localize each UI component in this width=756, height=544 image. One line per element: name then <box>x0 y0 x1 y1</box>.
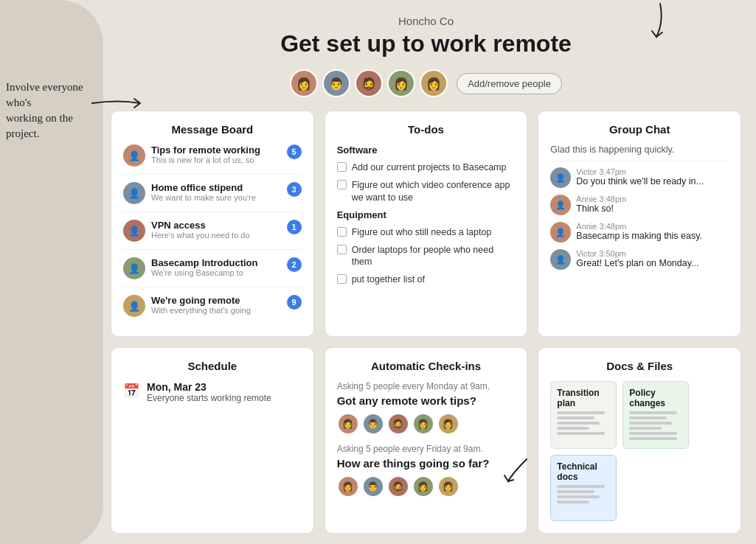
todo-checkbox[interactable] <box>337 274 347 284</box>
checkin-question: Got any remote work tips? <box>337 394 516 407</box>
todo-checkbox[interactable] <box>337 162 347 172</box>
docs-grid: Transition planPolicy changesTechnical d… <box>550 381 729 521</box>
todo-text: Figure out which video conference app we… <box>352 179 516 204</box>
message-title: Tips for remote working <box>151 144 281 156</box>
checkins-card: Automatic Check-ins Asking 5 people ever… <box>325 347 528 534</box>
todo-item[interactable]: Figure out who still needs a laptop <box>337 226 516 239</box>
doc-card[interactable]: Technical docs <box>550 455 617 521</box>
avatar[interactable]: 👩 <box>387 69 415 97</box>
checkin-asking: Asking 5 people every Monday at 9am. <box>337 381 516 391</box>
avatar[interactable]: 🧔 <box>355 69 383 97</box>
message-avatar: 👤 <box>123 144 145 167</box>
message-board-title: Message Board <box>123 123 302 136</box>
checkin-avatars: 👩 👨 🧔 👩 👩 <box>337 413 516 435</box>
doc-title: Transition plan <box>557 388 610 408</box>
people-row: 👩 👨 🧔 👩 👩 Add/remove people <box>111 69 741 97</box>
message-item[interactable]: 👤 Home office stipend We want to make su… <box>123 182 302 212</box>
docs-card: Docs & Files Transition planPolicy chang… <box>538 347 741 534</box>
todo-text: Add our current projects to Basecamp <box>352 161 507 174</box>
checkin-question: How are things going so far? <box>337 457 516 470</box>
chat-item: 👤 Victor 3:47pm Do you think we'll be re… <box>550 167 729 188</box>
todos-title: To-dos <box>337 123 516 136</box>
todo-checkbox[interactable] <box>337 180 347 189</box>
todos-list: Software Add our current projects to Bas… <box>337 144 516 286</box>
chat-first-message: Glad this is happening quickly. <box>550 144 729 161</box>
chat-avatar: 👤 <box>550 195 571 215</box>
todo-section-title: Equipment <box>337 209 516 220</box>
doc-card[interactable]: Policy changes <box>623 381 689 449</box>
todo-item[interactable]: Figure out which video conference app we… <box>337 179 516 204</box>
schedule-date: Mon, Mar 23 <box>147 381 271 393</box>
message-board-card: Message Board 👤 Tips for remote working … <box>111 111 314 337</box>
avatar[interactable]: 👨 <box>322 69 350 97</box>
todo-checkbox[interactable] <box>337 245 347 254</box>
message-title: We're going remote <box>151 295 281 306</box>
message-text: Home office stipend We want to make sure… <box>151 182 281 202</box>
checkin-avatar: 👨 <box>362 475 384 498</box>
company-name: Honcho Co <box>111 15 741 27</box>
message-sub: We want to make sure you're <box>151 193 281 202</box>
todo-checkbox[interactable] <box>337 227 347 237</box>
chat-meta: Victor 3:47pm <box>576 167 729 176</box>
avatar[interactable]: 👩 <box>290 69 318 97</box>
checkin-avatar: 👩 <box>437 475 460 498</box>
message-list: 👤 Tips for remote working This is new fo… <box>123 144 302 324</box>
checkins-list: Asking 5 people every Monday at 9am. Got… <box>337 381 516 498</box>
todo-text: Figure out who still needs a laptop <box>352 226 492 239</box>
checkin-item: Asking 5 people every Monday at 9am. Got… <box>337 381 516 435</box>
doc-title: Policy changes <box>629 388 682 408</box>
schedule-card: Schedule 📅 Mon, Mar 23 Everyone starts w… <box>111 347 314 534</box>
checkin-avatars: 👩 👨 🧔 👩 👩 <box>337 475 516 498</box>
checkin-item: Asking 5 people every Friday at 9am. How… <box>337 444 516 498</box>
message-badge: 1 <box>287 220 302 234</box>
message-title: VPN access <box>151 220 281 231</box>
todo-section-title: Software <box>337 144 516 156</box>
group-chat-title: Group Chat <box>550 123 729 136</box>
doc-card[interactable]: Transition plan <box>550 381 617 449</box>
avatar[interactable]: 👩 <box>420 69 448 97</box>
message-avatar: 👤 <box>123 257 145 279</box>
chat-list: 👤 Victor 3:47pm Do you think we'll be re… <box>550 167 729 270</box>
chat-content: Victor 3:47pm Do you think we'll be read… <box>576 167 729 186</box>
chat-text: Do you think we'll be ready in... <box>576 176 729 186</box>
checkin-avatar: 👩 <box>412 475 434 498</box>
message-text: Basecamp Introduction We're using Baseca… <box>151 257 281 277</box>
chat-avatar: 👤 <box>550 222 571 243</box>
checkin-avatar: 👩 <box>337 475 359 498</box>
page-title: Get set up to work remote <box>111 30 741 57</box>
todo-item[interactable]: put together list of <box>337 273 516 286</box>
message-item[interactable]: 👤 We're going remote With everything tha… <box>123 295 302 324</box>
todo-item[interactable]: Add our current projects to Basecamp <box>337 161 516 174</box>
checkin-avatar: 👩 <box>337 413 359 435</box>
message-sub: We're using Basecamp to <box>151 268 281 277</box>
message-title: Basecamp Introduction <box>151 257 281 268</box>
message-item[interactable]: 👤 VPN access Here's what you need to do … <box>123 220 302 250</box>
chat-item: 👤 Annie 3:48pm Think so! <box>550 195 729 215</box>
todo-text: Order laptops for people who need them <box>352 244 516 269</box>
chat-content: Annie 3:48pm Basecamp is making this eas… <box>576 222 729 241</box>
message-badge: 2 <box>287 257 302 272</box>
checkin-avatar: 👩 <box>412 413 434 435</box>
chat-text: Basecamp is making this easy. <box>576 231 729 241</box>
chat-text: Great! Let's plan on Monday... <box>576 258 729 268</box>
add-people-button[interactable]: Add/remove people <box>457 73 562 94</box>
chat-content: Victor 3:50pm Great! Let's plan on Monda… <box>576 249 729 268</box>
chat-item: 👤 Victor 3:50pm Great! Let's plan on Mon… <box>550 249 729 270</box>
message-avatar: 👤 <box>123 220 145 242</box>
chat-meta: Victor 3:50pm <box>576 249 729 258</box>
chat-meta: Annie 3:48pm <box>576 195 729 203</box>
cards-grid: Message Board 👤 Tips for remote working … <box>111 111 741 534</box>
chat-text: Think so! <box>576 203 729 214</box>
todo-item[interactable]: Order laptops for people who need them <box>337 244 516 269</box>
checkin-asking: Asking 5 people every Friday at 9am. <box>337 444 516 454</box>
checkins-title: Automatic Check-ins <box>337 360 516 372</box>
chat-avatar: 👤 <box>550 167 571 188</box>
message-item[interactable]: 👤 Basecamp Introduction We're using Base… <box>123 257 302 287</box>
checkin-avatar: 👩 <box>437 413 460 435</box>
schedule-description: Everyone starts working remote <box>147 393 271 403</box>
message-sub: This is new for a lot of us, so <box>151 156 281 164</box>
checkin-avatar: 🧔 <box>387 475 409 498</box>
handwriting-annotation: Involve everyone who's working on the pr… <box>6 80 102 142</box>
message-item[interactable]: 👤 Tips for remote working This is new fo… <box>123 144 302 175</box>
schedule-item: 📅 Mon, Mar 23 Everyone starts working re… <box>123 381 302 403</box>
